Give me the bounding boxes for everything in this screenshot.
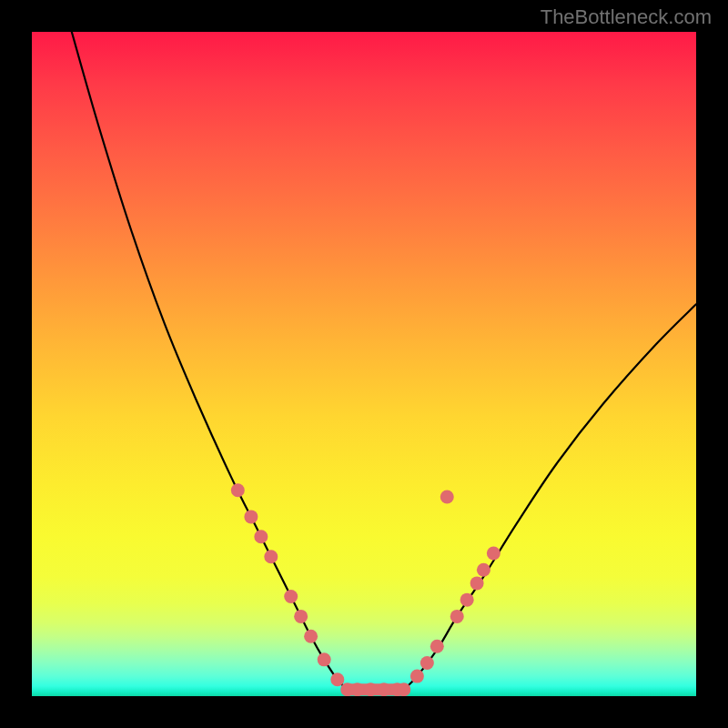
plot-area — [32, 32, 696, 696]
series-left-curve — [72, 32, 348, 690]
data-point — [470, 576, 484, 590]
chart-svg — [32, 32, 696, 696]
data-point — [430, 640, 444, 653]
data-point — [254, 530, 268, 543]
data-point — [477, 563, 490, 577]
data-point — [350, 682, 364, 696]
data-point — [318, 652, 331, 666]
data-point — [410, 670, 424, 683]
data-point — [264, 550, 278, 563]
data-markers — [231, 483, 500, 696]
data-point — [487, 547, 500, 561]
data-point — [364, 682, 378, 696]
data-point — [330, 672, 344, 686]
data-point — [231, 483, 245, 497]
data-point — [244, 510, 258, 523]
data-point — [377, 682, 390, 696]
data-point — [420, 656, 434, 670]
data-point — [397, 682, 410, 696]
data-point — [294, 610, 308, 623]
data-point — [460, 593, 474, 607]
data-point — [450, 610, 464, 623]
data-point — [284, 590, 298, 603]
data-point — [304, 630, 318, 643]
data-point — [440, 490, 454, 504]
curve-lines — [72, 32, 696, 690]
watermark-text: TheBottleneck.com — [541, 5, 712, 29]
